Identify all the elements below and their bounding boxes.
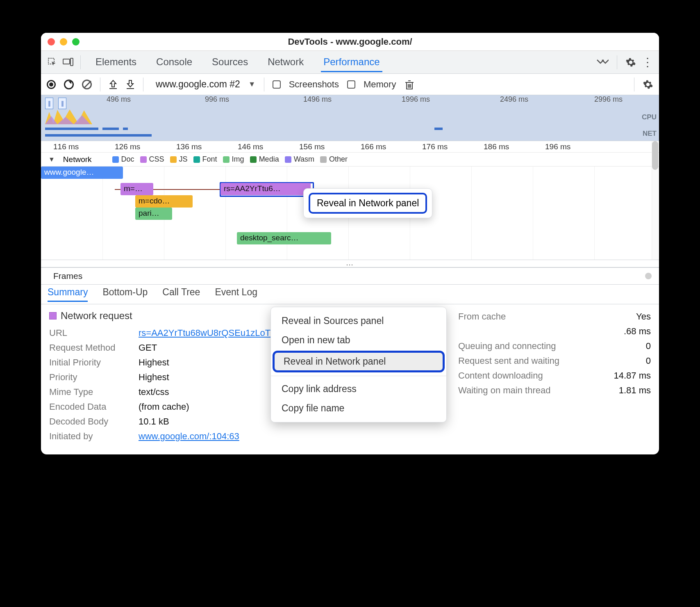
initiated-by-link[interactable]: www.google.com/:104:63 bbox=[139, 431, 239, 441]
summary-panel: Network request URL rs=AA2YrTtu68wU8rQSE… bbox=[41, 304, 659, 454]
chevron-down-icon[interactable]: ▼ bbox=[248, 80, 256, 89]
frames-label: Frames bbox=[53, 271, 82, 281]
network-entry[interactable]: m=… bbox=[120, 183, 153, 195]
gear-icon[interactable] bbox=[625, 57, 636, 68]
tick: 146 ms bbox=[238, 142, 263, 151]
tab-summary[interactable]: Summary bbox=[48, 287, 88, 302]
tab-bottom-up[interactable]: Bottom-Up bbox=[102, 287, 148, 302]
menu-item[interactable]: Reveal in Sources panel bbox=[271, 311, 446, 331]
kebab-icon[interactable]: ⋮ bbox=[642, 59, 653, 65]
timing-row: .68 ms bbox=[458, 324, 651, 339]
timing-key bbox=[458, 326, 577, 337]
legend-item: Other bbox=[320, 155, 348, 164]
scrollbar[interactable] bbox=[652, 141, 658, 260]
network-entry[interactable]: www.google… bbox=[41, 167, 123, 179]
frames-row[interactable]: Frames bbox=[41, 267, 659, 285]
network-section-header[interactable]: ▼ Network DocCSSJSFontImgMediaWasmOther bbox=[41, 153, 659, 167]
detail-key: Priority bbox=[49, 372, 131, 383]
record-button[interactable] bbox=[47, 80, 56, 89]
flame-chart[interactable]: 116 ms 126 ms 136 ms 146 ms 156 ms 166 m… bbox=[41, 141, 659, 260]
timing-row: Waiting on main thread1.81 ms bbox=[458, 383, 651, 398]
tab-network[interactable]: Network bbox=[265, 52, 306, 72]
memory-checkbox[interactable] bbox=[347, 80, 355, 89]
tab-sources[interactable]: Sources bbox=[209, 52, 250, 72]
more-tabs-icon[interactable] bbox=[596, 58, 609, 66]
tab-elements[interactable]: Elements bbox=[93, 52, 139, 72]
minimize-icon[interactable] bbox=[60, 38, 67, 46]
menu-item[interactable]: Reveal in Network panel bbox=[273, 351, 445, 372]
panel-tabs: Elements Console Sources Network Perform… bbox=[93, 52, 592, 72]
divider bbox=[100, 78, 100, 91]
network-entry[interactable]: desktop_searc… bbox=[237, 232, 331, 244]
clear-button[interactable] bbox=[82, 80, 92, 89]
disclosure-icon[interactable]: ▼ bbox=[48, 156, 55, 163]
legend-swatch bbox=[140, 156, 147, 163]
legend-label: Font bbox=[202, 155, 217, 164]
settings-gear-icon[interactable] bbox=[643, 79, 653, 90]
menu-item[interactable]: Open in new tab bbox=[271, 331, 446, 350]
menu-item[interactable]: Copy link address bbox=[271, 379, 446, 399]
tooltip-reveal-network: Reveal in Network panel bbox=[303, 188, 432, 218]
network-entry[interactable]: pari… bbox=[135, 208, 172, 220]
legend-swatch bbox=[223, 156, 230, 163]
tooltip-text: Reveal in Network panel bbox=[317, 198, 419, 208]
detail-key: Encoded Data bbox=[49, 402, 131, 412]
scroll-knob[interactable] bbox=[645, 273, 652, 279]
legend-label: Media bbox=[259, 155, 279, 164]
titlebar: DevTools - www.google.com/ bbox=[41, 33, 659, 51]
download-icon[interactable] bbox=[126, 80, 135, 89]
net-lower bbox=[41, 134, 164, 138]
timing-value: 0 bbox=[646, 356, 651, 366]
timing-row: Content downloading14.87 ms bbox=[458, 368, 651, 383]
scroll-thumb[interactable] bbox=[652, 141, 658, 170]
initiated-by-label: Initiated by bbox=[49, 431, 131, 442]
screenshots-checkbox[interactable] bbox=[273, 80, 281, 89]
context-menu: Reveal in Sources panelOpen in new tabRe… bbox=[270, 307, 447, 422]
menu-item[interactable]: Copy file name bbox=[271, 399, 446, 418]
resizer-icon[interactable]: ⋯ bbox=[41, 260, 659, 267]
tab-performance[interactable]: Performance bbox=[321, 52, 382, 72]
legend-item: Media bbox=[250, 155, 279, 164]
legend: DocCSSJSFontImgMediaWasmOther bbox=[112, 155, 348, 164]
tick: 176 ms bbox=[422, 142, 448, 151]
detail-key: Mime Type bbox=[49, 387, 131, 397]
timing-key: Queuing and connecting bbox=[458, 341, 577, 351]
inspect-icon[interactable] bbox=[47, 57, 58, 68]
legend-label: JS bbox=[179, 155, 188, 164]
upload-icon[interactable] bbox=[109, 80, 118, 89]
cpu-label: CPU bbox=[642, 113, 657, 121]
svg-rect-13 bbox=[45, 128, 98, 130]
traffic-lights bbox=[48, 38, 80, 46]
maximize-icon[interactable] bbox=[72, 38, 80, 46]
legend-item: JS bbox=[170, 155, 188, 164]
timing-value: Yes bbox=[636, 311, 651, 322]
tab-console[interactable]: Console bbox=[154, 52, 195, 72]
detail-value: (from cache) bbox=[139, 402, 189, 412]
device-toolbar-icon[interactable] bbox=[62, 57, 74, 68]
svg-rect-14 bbox=[102, 128, 119, 130]
timing-row: Request sent and waiting0 bbox=[458, 354, 651, 368]
tab-call-tree[interactable]: Call Tree bbox=[162, 287, 200, 302]
garbage-collect-icon[interactable] bbox=[404, 79, 415, 90]
legend-label: Wasm bbox=[294, 155, 314, 164]
legend-swatch bbox=[193, 156, 200, 163]
tab-event-log[interactable]: Event Log bbox=[215, 287, 257, 302]
divider bbox=[143, 78, 143, 91]
cpu-chart bbox=[45, 108, 152, 124]
svg-rect-17 bbox=[45, 134, 152, 137]
detail-value: text/css bbox=[139, 387, 169, 397]
detail-value: 10.1 kB bbox=[139, 416, 169, 427]
detail-key: Decoded Body bbox=[49, 416, 131, 427]
profile-selector[interactable]: www.google.com #2 bbox=[156, 79, 240, 90]
legend-swatch bbox=[320, 156, 327, 163]
detail-key: Initial Priority bbox=[49, 357, 131, 368]
memory-label: Memory bbox=[364, 79, 396, 90]
network-entry[interactable]: rs=AA2YrTtu6… bbox=[220, 183, 311, 195]
overview-minimap[interactable]: ‖ ‖ 496 ms 996 ms 1496 ms 1996 ms 2496 m… bbox=[41, 95, 659, 141]
close-icon[interactable] bbox=[48, 38, 55, 46]
reload-record-button[interactable] bbox=[64, 80, 74, 89]
legend-item: CSS bbox=[140, 155, 164, 164]
legend-item: Font bbox=[193, 155, 217, 164]
network-entry[interactable]: m=cdo… bbox=[135, 195, 193, 208]
tick: 156 ms bbox=[299, 142, 325, 151]
